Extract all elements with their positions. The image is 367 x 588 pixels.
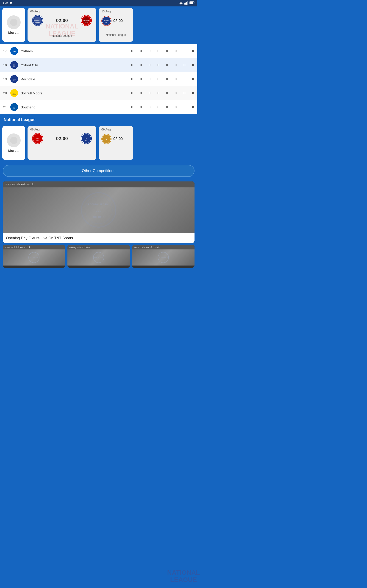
svg-text:OAF: OAF bbox=[13, 51, 16, 52]
team-name: Solihull Moors bbox=[21, 91, 129, 95]
more-label-bottom: More... bbox=[8, 149, 19, 153]
team-name: Southend bbox=[21, 105, 129, 109]
oxford-city-logo-table: OXF CITY bbox=[10, 61, 19, 69]
notification-icon: 🅐 bbox=[10, 2, 12, 5]
fixture-card-oxford-rochdale[interactable]: 13 Aug OXFORD CITY 02:00 NATIONALLEAGUE … bbox=[99, 8, 133, 42]
news-card-main[interactable]: www.rochdaleafc.co.uk ROCHDALE A.F.C. ✦ … bbox=[3, 182, 194, 243]
fixture-time-2: 02:00 bbox=[113, 19, 123, 23]
svg-text:FC: FC bbox=[106, 139, 107, 140]
league-label-2: National League bbox=[101, 33, 130, 36]
svg-rect-2 bbox=[186, 2, 187, 5]
solihull-logo-table: SOL MOORS bbox=[10, 88, 19, 98]
fixture-teams-1: ROCHDALE THE DALE 02:00 EBBSFLEET UNITED bbox=[30, 15, 94, 26]
oldham-logo-table: OAF bbox=[10, 46, 19, 56]
fixture-card-rochdale-ebbsfleet[interactable]: 06 Aug ROCHDALE THE DALE 02:00 EBBSFL bbox=[27, 8, 96, 42]
svg-text:ROCHDALE: ROCHDALE bbox=[94, 257, 103, 258]
fixtures-carousel-top: More... 06 Aug ROCHDALE THE DALE 02:00 bbox=[0, 6, 197, 44]
status-bar: 9:42 🅐 bbox=[0, 0, 197, 6]
news-url-small-1: www.rochdaleafc.co.uk bbox=[3, 245, 65, 250]
table-row[interactable]: 20 SOL MOORS Solihull Moors 0 0 0 0 0 0 … bbox=[0, 86, 197, 100]
svg-text:MOORS: MOORS bbox=[12, 94, 16, 95]
news-image-small-3: ROCHDALE bbox=[132, 250, 194, 266]
svg-text:UNITED: UNITED bbox=[85, 22, 88, 23]
news-section: www.rochdaleafc.co.uk ROCHDALE A.F.C. ✦ … bbox=[0, 180, 197, 245]
more-circle bbox=[7, 15, 21, 29]
svg-text:CITY: CITY bbox=[106, 22, 108, 23]
fixture-card-aldershot-oxford[interactable]: 06 Aug ALD SHOTS 02:00 OXF CITY bbox=[27, 126, 96, 160]
oxford-city-logo-fixture: OXF CITY bbox=[81, 133, 92, 144]
rochdale-logo: ROCHDALE THE DALE bbox=[32, 15, 43, 26]
svg-text:SOL: SOL bbox=[13, 93, 15, 94]
ebbsfleet-logo: EBBSFLEET UNITED bbox=[81, 15, 92, 26]
unknown-team-logo: FC bbox=[101, 134, 111, 144]
svg-text:CITY: CITY bbox=[85, 140, 87, 141]
fixtures-carousel-bottom: More... 06 Aug ALD SHOTS 02:00 OXF bbox=[0, 124, 197, 162]
news-url-main: www.rochdaleafc.co.uk bbox=[3, 182, 194, 187]
svg-text:ROCHDALE: ROCHDALE bbox=[30, 257, 39, 258]
row-pos: 21 bbox=[3, 105, 10, 109]
svg-text:EBBSFLEET: EBBSFLEET bbox=[83, 20, 90, 21]
aldershot-logo: ALD SHOTS bbox=[32, 133, 43, 144]
oxford-city-logo-top: OXFORD CITY bbox=[101, 16, 111, 26]
wifi-icon bbox=[179, 1, 183, 5]
news-image-main: ROCHDALE A.F.C. ✦ ✦ ✦ THE DALE bbox=[3, 187, 194, 233]
more-card-top[interactable]: More... bbox=[2, 8, 25, 42]
svg-text:UTD: UTD bbox=[13, 108, 15, 109]
fixtures-row-top: More... 06 Aug ROCHDALE THE DALE 02:00 bbox=[2, 8, 195, 42]
league-table: 17 OAF Oldham 0 0 0 0 0 0 0 0 18 OXF CIT… bbox=[0, 44, 197, 114]
news-title-main: Opening Day Fixture Live On TNT Sports bbox=[3, 233, 194, 243]
svg-text:THE DALE: THE DALE bbox=[35, 22, 40, 23]
news-url-small-2: www.youtube.com bbox=[67, 245, 130, 250]
team-name: Oxford City bbox=[21, 63, 129, 67]
svg-text:✦ ✦ ✦: ✦ ✦ ✦ bbox=[96, 211, 101, 213]
fixture-date-bottom-2: 06 Aug bbox=[101, 128, 130, 131]
fixture-time-bottom-2: 02:00 bbox=[113, 137, 123, 141]
fixtures-row-bottom: More... 06 Aug ALD SHOTS 02:00 OXF bbox=[2, 126, 195, 160]
team-stats: 0 0 0 0 0 0 0 0 bbox=[129, 63, 194, 67]
fixture-date-1: 06 Aug bbox=[30, 10, 94, 13]
southend-logo-table: STHD UTD bbox=[10, 103, 19, 112]
row-pos: 19 bbox=[3, 77, 10, 81]
more-label-top: More... bbox=[8, 31, 19, 35]
svg-text:OXF: OXF bbox=[13, 64, 15, 66]
svg-text:ROCH: ROCH bbox=[13, 78, 16, 80]
svg-text:ROCHDALE: ROCHDALE bbox=[159, 257, 168, 258]
svg-point-42 bbox=[81, 193, 116, 227]
news-url-small-3: www.rochdaleafc.co.uk bbox=[132, 245, 194, 250]
more-circle-bottom bbox=[7, 133, 21, 147]
national-league-header: National League bbox=[0, 114, 197, 124]
svg-text:SHOTS: SHOTS bbox=[36, 140, 39, 141]
fixture-time-bottom-1: 02:00 bbox=[56, 136, 68, 141]
fixture-date-2: 13 Aug bbox=[101, 10, 130, 13]
news-card-small-3[interactable]: www.rochdaleafc.co.uk ROCHDALE bbox=[132, 245, 194, 268]
fixture-card-partial-bottom[interactable]: 06 Aug FC 02:00 bbox=[99, 126, 133, 160]
team-name: Rochdale bbox=[21, 77, 129, 81]
svg-text:THE DALE: THE DALE bbox=[93, 216, 104, 218]
svg-rect-3 bbox=[187, 1, 188, 5]
row-pos: 18 bbox=[3, 63, 10, 67]
battery-icon bbox=[190, 1, 194, 5]
news-card-small-2[interactable]: www.youtube.com ROCHDALE bbox=[67, 245, 130, 268]
svg-rect-0 bbox=[184, 3, 185, 5]
table-row[interactable]: 21 STHD UTD Southend 0 0 0 0 0 0 0 0 bbox=[0, 100, 197, 114]
fixture-time-1: 02:00 bbox=[56, 18, 68, 23]
signal-icon bbox=[184, 1, 188, 5]
team-name: Oldham bbox=[21, 49, 129, 53]
fixture-teams-bottom-1: ALD SHOTS 02:00 OXF CITY bbox=[30, 133, 94, 144]
svg-text:OXF: OXF bbox=[85, 138, 87, 139]
time-display: 9:42 bbox=[3, 2, 8, 5]
table-row[interactable]: 19 ROCH DALE Rochdale 0 0 0 0 0 0 0 0 bbox=[0, 72, 197, 86]
team-stats: 0 0 0 0 0 0 0 0 bbox=[129, 49, 194, 53]
svg-rect-1 bbox=[185, 2, 186, 5]
more-card-bottom[interactable]: More... bbox=[2, 126, 25, 160]
team-stats: 0 0 0 0 0 0 0 0 bbox=[129, 91, 194, 95]
svg-point-33 bbox=[10, 137, 17, 144]
svg-text:CITY: CITY bbox=[13, 66, 15, 67]
svg-point-43 bbox=[85, 196, 112, 224]
other-competitions-button[interactable]: Other Competitions bbox=[3, 165, 194, 177]
news-card-small-1[interactable]: www.rochdaleafc.co.uk ROCHDALE bbox=[3, 245, 65, 268]
table-row[interactable]: 18 OXF CITY Oxford City 0 0 0 0 0 0 0 0 bbox=[0, 58, 197, 72]
svg-point-7 bbox=[10, 19, 17, 26]
news-row-bottom: www.rochdaleafc.co.uk ROCHDALE www.youtu… bbox=[0, 245, 197, 271]
table-row[interactable]: 17 OAF Oldham 0 0 0 0 0 0 0 0 bbox=[0, 44, 197, 58]
